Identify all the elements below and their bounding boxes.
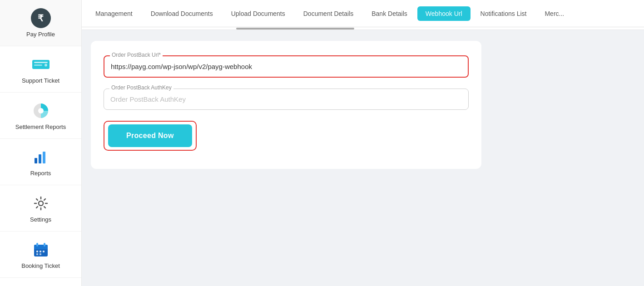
- tab-document-details[interactable]: Document Details: [295, 6, 362, 21]
- rupee-icon: ₹: [31, 8, 51, 28]
- sidebar: ₹ Pay Profile Support Ticket Settlement …: [0, 0, 82, 286]
- order-postback-authkey-group: Order PostBack AuthKey: [104, 89, 469, 110]
- proceed-now-wrapper: Proceed Now: [104, 121, 197, 151]
- pie-chart-icon: [31, 101, 51, 121]
- sidebar-item-pay-profile[interactable]: ₹ Pay Profile: [0, 0, 81, 46]
- svg-rect-8: [43, 152, 45, 163]
- svg-rect-24: [40, 251, 41, 252]
- ticket-icon: [31, 54, 51, 74]
- sidebar-label-reports: Reports: [30, 170, 51, 177]
- svg-rect-22: [44, 243, 45, 247]
- sidebar-label-settlement-reports: Settlement Reports: [15, 123, 66, 130]
- order-postback-url-group: Order PostBack Url*: [104, 55, 469, 78]
- sidebar-label-settings: Settings: [30, 216, 51, 223]
- calendar-icon: [31, 240, 51, 260]
- tab-download-documents[interactable]: Download Documents: [143, 6, 221, 21]
- sidebar-label-pay-profile: Pay Profile: [26, 31, 55, 38]
- svg-rect-6: [35, 158, 37, 163]
- svg-rect-23: [36, 251, 38, 252]
- bar-chart-icon: [31, 147, 51, 167]
- sidebar-item-settings[interactable]: Settings: [0, 185, 81, 232]
- order-postback-authkey-input[interactable]: [110, 94, 462, 105]
- order-postback-authkey-wrapper: Order PostBack AuthKey: [104, 89, 469, 110]
- tab-merchant[interactable]: Merc...: [536, 6, 572, 21]
- svg-rect-1: [34, 62, 48, 63]
- svg-rect-21: [36, 243, 38, 247]
- main-content: Management Download Documents Upload Doc…: [82, 0, 644, 286]
- sidebar-item-settlement-reports[interactable]: Settlement Reports: [0, 93, 81, 139]
- order-postback-url-input[interactable]: [111, 61, 461, 72]
- svg-rect-25: [43, 251, 45, 252]
- tab-management[interactable]: Management: [87, 6, 141, 21]
- svg-point-3: [45, 64, 47, 67]
- scroll-thumb: [236, 28, 354, 30]
- sidebar-item-support-ticket[interactable]: Support Ticket: [0, 46, 81, 93]
- order-postback-url-label: Order PostBack Url*: [110, 52, 163, 58]
- tab-upload-documents[interactable]: Upload Documents: [223, 6, 293, 21]
- order-postback-authkey-label: Order PostBack AuthKey: [109, 84, 173, 91]
- svg-line-18: [36, 207, 38, 208]
- page-body: Order PostBack Url* Order PostBack AuthK…: [82, 30, 644, 286]
- sidebar-label-booking-ticket: Booking Ticket: [21, 262, 60, 269]
- svg-rect-26: [36, 253, 38, 255]
- svg-rect-20: [34, 245, 48, 249]
- svg-line-17: [44, 199, 45, 200]
- order-postback-url-wrapper: Order PostBack Url*: [104, 55, 469, 78]
- svg-rect-7: [39, 154, 41, 163]
- svg-point-10: [39, 201, 43, 206]
- tab-bank-details[interactable]: Bank Details: [363, 6, 416, 21]
- proceed-now-button[interactable]: Proceed Now: [108, 124, 192, 147]
- svg-rect-2: [34, 64, 42, 66]
- tab-webhook-url[interactable]: Webhook Url: [417, 6, 471, 21]
- sidebar-label-support-ticket: Support Ticket: [22, 77, 59, 84]
- sidebar-item-booking-ticket[interactable]: Booking Ticket: [0, 232, 81, 278]
- gear-icon: [31, 193, 51, 213]
- svg-rect-27: [40, 253, 41, 255]
- sidebar-item-reports[interactable]: Reports: [0, 139, 81, 185]
- webhook-card: Order PostBack Url* Order PostBack AuthK…: [91, 41, 481, 169]
- svg-line-15: [36, 199, 38, 200]
- svg-line-16: [44, 207, 45, 208]
- scroll-indicator: [82, 27, 644, 30]
- svg-point-5: [38, 108, 44, 113]
- top-nav: Management Download Documents Upload Doc…: [82, 0, 644, 27]
- tab-notifications-list[interactable]: Notifications List: [472, 6, 535, 21]
- svg-rect-9: [47, 156, 48, 157]
